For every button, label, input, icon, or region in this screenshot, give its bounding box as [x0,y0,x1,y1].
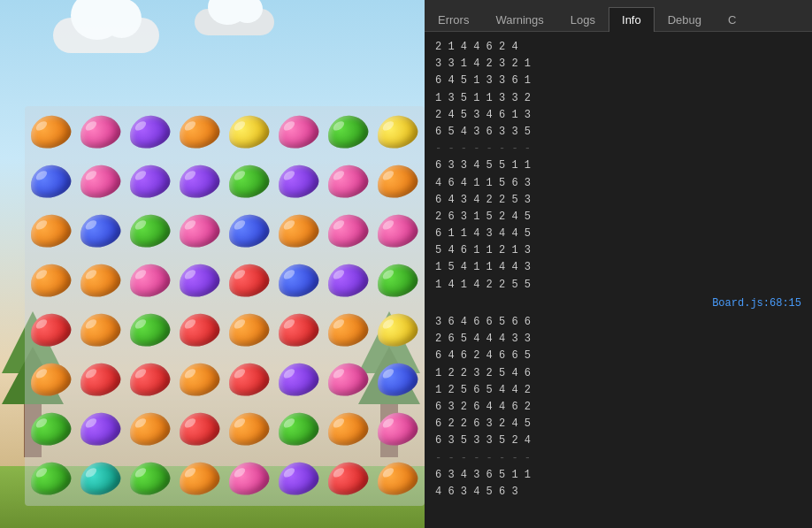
tab-errors[interactable]: Errors [425,7,482,32]
bean-pink [373,409,421,450]
grid-cell[interactable] [325,356,371,402]
grid-cell[interactable] [226,356,272,402]
console-line: 1 3 5 1 1 3 3 2 [435,90,801,107]
tab-info[interactable]: Info [609,7,655,32]
grid-cell[interactable] [226,406,272,452]
grid-cell[interactable] [77,455,123,501]
tab-debug[interactable]: Debug [655,7,715,32]
grid-cell[interactable] [176,208,222,254]
bean-pink [324,161,372,203]
grid-cell[interactable] [325,208,371,254]
grid-cell[interactable] [126,307,172,353]
bean-purple [274,161,322,203]
grid-cell[interactable] [325,307,371,353]
grid-cell[interactable] [176,356,222,402]
grid-cell[interactable] [126,257,172,303]
bean-blue [27,161,74,203]
grid-cell[interactable] [374,356,420,402]
grid-cell[interactable] [374,158,420,204]
grid-cell[interactable] [77,109,123,155]
grid-cell[interactable] [27,257,73,303]
tab-logs[interactable]: Logs [557,7,609,32]
grid-cell[interactable] [27,307,73,353]
tab-other[interactable]: C [715,7,749,32]
grid-cell[interactable] [27,109,73,155]
grid-cell[interactable] [325,257,371,303]
grid-cell[interactable] [226,307,272,353]
grid-cell[interactable] [126,208,172,254]
grid-cell[interactable] [126,406,172,452]
console-line: 6 5 4 3 6 3 3 5 [435,124,801,141]
grid-cell[interactable] [77,406,123,452]
console-output[interactable]: 2 1 4 4 6 2 43 3 1 4 2 3 2 16 4 5 1 3 3 … [425,32,812,528]
grid-cell[interactable] [325,109,371,155]
grid-cell[interactable] [77,307,123,353]
bean-orange [175,111,223,153]
grid-cell[interactable] [226,109,272,155]
grid-cell[interactable] [275,307,321,353]
bean-orange [324,409,372,450]
grid-cell[interactable] [176,257,222,303]
bean-blue [76,210,124,252]
bean-teal [76,458,124,500]
grid-cell[interactable] [374,307,420,353]
bean-purple [175,260,223,302]
grid-cell[interactable] [275,257,321,303]
grid-cell[interactable] [27,356,73,402]
grid-cell[interactable] [27,455,73,501]
grid-cell[interactable] [126,158,172,204]
grid-cell[interactable] [27,406,73,452]
console-line: 2 6 3 1 5 2 4 5 [435,209,801,226]
bean-orange [175,458,223,500]
grid-cell[interactable] [176,158,222,204]
grid-cell[interactable] [325,158,371,204]
grid-cell[interactable] [275,455,321,501]
bean-orange [373,161,421,203]
grid-cell[interactable] [374,109,420,155]
grid-cell[interactable] [176,455,222,501]
grid-cell[interactable] [374,257,420,303]
tab-warnings[interactable]: Warnings [482,7,556,32]
grid-cell[interactable] [77,158,123,204]
console-line: 6 3 4 3 6 5 1 1 [435,467,801,484]
grid-cell[interactable] [27,158,73,204]
grid-cell[interactable] [27,208,73,254]
grid-cell[interactable] [176,109,222,155]
bean-pink [76,161,124,203]
file-link[interactable]: Board.js:68:15 [712,295,801,312]
bean-orange [27,260,74,302]
bean-red [175,409,223,450]
bean-red [175,310,223,351]
console-separator: - - - - - - - - [435,141,801,157]
grid-cell[interactable] [126,455,172,501]
grid-cell[interactable] [126,109,172,155]
bean-red [324,458,372,500]
grid-cell[interactable] [176,307,222,353]
grid-cell[interactable] [325,406,371,452]
grid-cell[interactable] [226,208,272,254]
grid-cell[interactable] [77,257,123,303]
grid-cell[interactable] [77,356,123,402]
bean-purple [76,409,124,450]
grid-cell[interactable] [275,158,321,204]
bean-orange [27,111,74,153]
grid-cell[interactable] [275,208,321,254]
grid-cell[interactable] [374,208,420,254]
grid-cell[interactable] [374,406,420,452]
grid-cell[interactable] [374,455,420,501]
bean-blue [225,210,272,252]
bean-green [373,260,421,302]
grid-cell[interactable] [226,257,272,303]
grid-cell[interactable] [275,356,321,402]
bean-red [274,310,322,351]
grid-cell[interactable] [275,406,321,452]
grid-cell[interactable] [325,455,371,501]
bean-purple [274,359,322,401]
grid-cell[interactable] [226,158,272,204]
grid-cell[interactable] [77,208,123,254]
grid-cell[interactable] [176,406,222,452]
grid-cell[interactable] [226,455,272,501]
bean-pink [324,359,372,401]
grid-cell[interactable] [126,356,172,402]
grid-cell[interactable] [275,109,321,155]
